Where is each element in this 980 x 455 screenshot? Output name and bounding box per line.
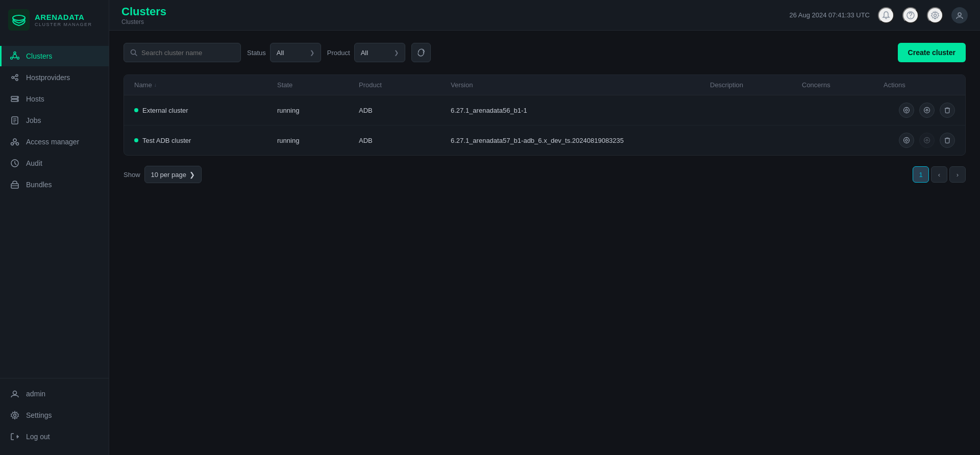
sidebar-item-clusters[interactable]: Clusters	[0, 46, 109, 66]
per-page-button[interactable]: 10 per page ❯	[144, 166, 202, 183]
bundles-icon	[10, 180, 20, 190]
sidebar-item-admin[interactable]: admin	[0, 384, 109, 404]
sidebar-item-audit[interactable]: Audit	[0, 153, 109, 173]
cluster-actions-0	[884, 103, 955, 118]
header-left: Clusters Clusters	[121, 5, 166, 26]
clusters-icon	[10, 51, 20, 61]
th-state: State	[277, 81, 359, 89]
product-select[interactable]: All ❯	[354, 43, 405, 62]
help-button[interactable]	[902, 7, 919, 23]
status-dot-1	[134, 138, 138, 142]
product-filter-group: Product All ❯	[327, 43, 405, 62]
svg-line-7	[16, 57, 17, 58]
sidebar-item-hostproviders[interactable]: Hostproviders	[0, 67, 109, 88]
refresh-button[interactable]	[411, 43, 431, 62]
content-area: Status All ❯ Product All ❯	[109, 31, 980, 455]
search-input[interactable]	[141, 49, 234, 57]
sidebar-item-label-bundles: Bundles	[26, 181, 52, 189]
status-value: All	[277, 49, 284, 57]
svg-point-36	[958, 13, 961, 16]
svg-point-16	[17, 97, 18, 98]
sidebar-item-access-manager[interactable]: Access manager	[0, 132, 109, 152]
logo-subtitle: CLUSTER MANAGER	[35, 22, 92, 27]
action-view-0[interactable]	[899, 103, 914, 118]
logo-title: ARENADATA	[35, 13, 92, 22]
next-page-button[interactable]: ›	[949, 166, 966, 183]
sidebar-item-jobs[interactable]: Jobs	[0, 110, 109, 131]
svg-point-31	[14, 414, 16, 417]
action-view-1[interactable]	[899, 133, 914, 148]
access-manager-icon	[10, 137, 20, 147]
sort-icon: ↓	[154, 82, 157, 88]
action-upgrade-1[interactable]	[919, 133, 935, 148]
sidebar-item-hosts[interactable]: Hosts	[0, 89, 109, 109]
cluster-name-1[interactable]: Test ADB cluster	[134, 137, 277, 144]
datetime: 26 Aug 2024 07:41:33 UTC	[789, 11, 870, 19]
per-page-chevron-icon: ❯	[189, 171, 195, 179]
table-row[interactable]: Test ADB cluster running ADB 6.27.1_aren…	[124, 125, 965, 155]
svg-point-2	[13, 55, 17, 58]
pagination-bar: Show 10 per page ❯ 1 ‹ ›	[124, 166, 966, 183]
sidebar-item-label-jobs: Jobs	[26, 116, 41, 124]
th-description: Description	[710, 81, 802, 89]
sidebar-item-label-hostproviders: Hostproviders	[26, 73, 70, 82]
svg-point-17	[17, 100, 18, 101]
create-cluster-button[interactable]: Create cluster	[898, 43, 966, 62]
filter-bar: Status All ❯ Product All ❯	[124, 43, 966, 62]
hostproviders-icon	[10, 72, 20, 83]
sidebar-item-label-admin: admin	[26, 390, 45, 398]
status-chevron-icon: ❯	[310, 49, 314, 56]
cluster-actions-1	[884, 133, 955, 148]
svg-point-47	[904, 138, 910, 143]
cluster-name-0[interactable]: External cluster	[134, 107, 277, 114]
sidebar-item-label-hosts: Hosts	[26, 95, 44, 103]
svg-point-40	[905, 109, 908, 111]
svg-point-5	[11, 57, 13, 59]
sidebar-item-bundles[interactable]: Bundles	[0, 174, 109, 195]
status-filter-group: Status All ❯	[247, 43, 321, 62]
sidebar-bottom: admin Settings Log out	[0, 378, 109, 455]
th-product: Product	[359, 81, 451, 89]
sidebar-item-label-settings: Settings	[26, 411, 52, 419]
avatar[interactable]	[951, 7, 968, 23]
table-header: Name ↓ State Product Version Description…	[124, 75, 965, 95]
product-chevron-icon: ❯	[394, 49, 399, 56]
settings-icon	[10, 410, 20, 420]
show-label: Show	[124, 171, 140, 179]
cluster-product-0: ADB	[359, 107, 451, 114]
admin-icon	[10, 389, 20, 399]
th-name: Name ↓	[134, 81, 277, 89]
prev-page-button[interactable]: ‹	[931, 166, 947, 183]
settings-header-button[interactable]	[927, 7, 943, 23]
per-page-selector: Show 10 per page ❯	[124, 166, 202, 183]
table-row[interactable]: External cluster running ADB 6.27.1_aren…	[124, 95, 965, 125]
svg-point-30	[13, 391, 17, 395]
sidebar-item-logout[interactable]: Log out	[0, 426, 109, 447]
logo[interactable]: ARENADATA CLUSTER MANAGER	[0, 0, 109, 41]
sidebar: ARENADATA CLUSTER MANAGER Clusters	[0, 0, 109, 455]
svg-point-39	[904, 108, 910, 113]
clusters-table: Name ↓ State Product Version Description…	[124, 74, 966, 156]
notifications-button[interactable]	[878, 7, 894, 23]
cluster-version-0: 6.27.1_arenadata56_b1-1	[451, 107, 710, 114]
per-page-value: 10 per page	[151, 171, 186, 179]
action-upgrade-0[interactable]	[919, 103, 935, 118]
action-delete-1[interactable]	[940, 133, 955, 148]
action-delete-0[interactable]	[940, 103, 955, 118]
status-select[interactable]: All ❯	[270, 43, 321, 62]
svg-point-34	[910, 17, 911, 18]
status-dot-0	[134, 108, 138, 112]
cluster-product-1: ADB	[359, 137, 451, 144]
jobs-icon	[10, 115, 20, 125]
page-1-button[interactable]: 1	[913, 166, 929, 183]
svg-point-22	[13, 139, 16, 142]
svg-point-48	[905, 139, 908, 141]
breadcrumb: Clusters	[121, 18, 166, 26]
th-actions: Actions	[884, 81, 955, 89]
search-box[interactable]	[124, 43, 241, 62]
th-concerns: Concerns	[802, 81, 884, 89]
svg-point-4	[17, 57, 19, 59]
sidebar-item-settings[interactable]: Settings	[0, 405, 109, 425]
th-version: Version	[451, 81, 710, 89]
hosts-icon	[10, 94, 20, 104]
